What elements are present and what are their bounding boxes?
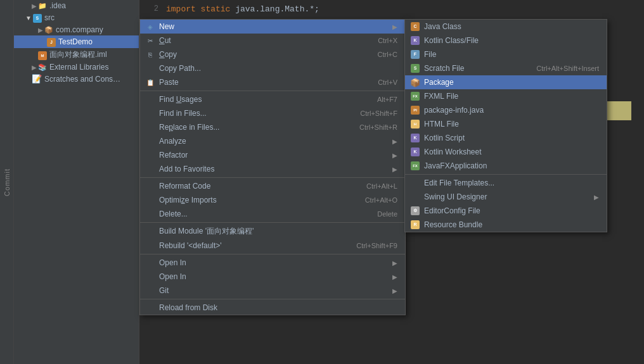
menu-item-new[interactable]: ◈ New ▶ [140,20,405,34]
tree-item-src[interactable]: ▼ S src [14,11,139,24]
swing-icon [410,192,420,202]
menu-item-copy-path[interactable]: Copy Path... [140,61,405,75]
kt-ws-icon: K [410,147,420,157]
menu-item-edit-templates[interactable]: Edit File Templates... [405,176,607,190]
new-submenu: C Java Class K Kotlin Class/File F File … [404,19,607,232]
menu-item-find-files[interactable]: Find in Files... Ctrl+Shift+F [140,106,405,120]
commit-panel: Commit [0,0,14,364]
submenu-arrow-history: ▶ [392,273,397,280]
new-icon: ◈ [145,22,155,32]
tree-label: .idea [49,1,66,10]
java-class-icon: C [410,22,420,32]
analyze-icon [145,136,155,146]
menu-item-kotlin-ws[interactable]: K Kotlin Worksheet [405,145,607,159]
favorites-icon [145,164,155,174]
reformat-icon [145,181,155,191]
shortcut: Ctrl+V [378,78,397,86]
submenu-arrow-swing: ▶ [594,194,599,201]
menu-item-refactor[interactable]: Refactor ▶ [140,148,405,162]
menu-item-scratch-file[interactable]: S Scratch File Ctrl+Alt+Shift+Insert [405,61,607,75]
find-icon [145,94,155,104]
tree-label: Scratches and Cons… [44,75,120,84]
menu-item-git[interactable]: Git ▶ [140,284,405,298]
submenu-arrow-git: ▶ [392,287,397,294]
menu-item-swing-designer[interactable]: Swing UI Designer ▶ [405,190,607,204]
tree-item-idea[interactable]: ▶ 📁 .idea [14,0,139,11]
package-icon: 📦 [44,26,53,34]
menu-item-kotlin-class[interactable]: K Kotlin Class/File [405,34,607,47]
separator-1 [140,91,405,91]
code-line-2: 2 import static java.lang.Math.*; [139,3,644,15]
menu-item-rebuild[interactable]: Rebuild '<default>' Ctrl+Shift+F9 [140,239,405,253]
submenu-separator [405,174,607,175]
menu-item-analyze[interactable]: Analyze ▶ [140,134,405,148]
separator-4 [140,254,405,254]
fxml-icon: FX [410,91,420,101]
folder-icon: 📁 [38,2,47,10]
menu-item-javafx[interactable]: FX JavaFXApplication [405,159,607,173]
menu-item-open-in[interactable]: Open In ▶ [140,256,405,270]
menu-item-resource-bundle[interactable]: R Resource Bundle [405,218,607,232]
menu-item-html[interactable]: H HTML File [405,117,607,131]
menu-item-cut[interactable]: ✂ Cut Ctrl+X [140,34,405,47]
menu-item-kotlin-script[interactable]: K Kotlin Script [405,131,607,145]
scratch-icon: 📝 [32,74,42,84]
menu-item-package-info[interactable]: PI package-info.java [405,103,607,117]
tree-label: com.company [56,25,103,34]
expand-arrow: ▶ [38,27,43,34]
menu-item-fxml[interactable]: FX FXML File [405,89,607,103]
tree-item-iml[interactable]: M 面向对象编程.iml [14,48,139,61]
editorconfig-icon: ⚙ [410,206,420,216]
shortcut: Delete [377,210,397,218]
submenu-arrow-favorites: ▶ [392,166,397,173]
tree-label: 面向对象编程.iml [49,49,107,60]
menu-item-reload[interactable]: Reload from Disk [140,301,405,315]
menu-item-find-usages[interactable]: Find Usages Alt+F7 [140,92,405,106]
resource-icon: R [410,220,420,230]
separator-3 [140,222,405,223]
shortcut: Alt+F7 [377,96,397,103]
paste-icon: 📋 [145,77,155,87]
menu-item-delete[interactable]: Delete... Delete [140,207,405,221]
local-history-label: Open In [159,272,186,281]
build-icon [145,227,155,237]
iml-icon: M [38,50,47,60]
line-number: 2 [139,4,158,13]
menu-item-paste[interactable]: 📋 Paste Ctrl+V [140,75,405,89]
tree-item-ext-libraries[interactable]: ▶ 📚 External Libraries [14,61,139,73]
pkg-info-icon: PI [410,105,420,115]
tree-label: External Libraries [49,63,108,72]
src-folder-icon: S [33,13,42,23]
menu-item-java-class[interactable]: C Java Class [405,20,607,34]
shortcut: Ctrl+Shift+F [360,110,397,117]
templates-icon [410,178,420,188]
copy-path-icon [145,63,155,73]
menu-item-replace-files[interactable]: Replace in Files... Ctrl+Shift+R [140,120,405,134]
copy-icon: ⎘ [145,49,155,60]
tree-item-com-company[interactable]: ▶ 📦 com.company [14,24,139,35]
menu-item-local-history[interactable]: Open In ▶ [140,270,405,284]
delete-icon [145,209,155,219]
menu-item-optimize[interactable]: Optimize Imports Ctrl+Alt+O [140,193,405,207]
shortcut: Ctrl+Shift+F9 [356,242,397,249]
project-tree: ▶ 📁 .idea ▼ S src ▶ 📦 com.company J Test… [14,0,139,364]
menu-item-build-module[interactable]: Build Module '面向对象编程' [140,224,405,239]
history-icon [145,272,155,282]
menu-item-copy[interactable]: ⎘ Copy Ctrl+C [140,47,405,61]
menu-item-editorconfig[interactable]: ⚙ EditorConfig File [405,204,607,218]
menu-item-package[interactable]: 📦 Package [405,75,607,89]
tree-item-scratches[interactable]: 📝 Scratches and Cons… [14,73,139,85]
commit-label: Commit [3,168,11,196]
shortcut: Ctrl+Alt+L [366,182,397,190]
tree-item-testdemo[interactable]: J TestDemo [14,35,139,48]
menu-item-reformat[interactable]: Reformat Code Ctrl+Alt+L [140,179,405,193]
refactor-icon [145,150,155,160]
kt-script-icon: K [410,133,420,143]
java-file-icon: J [47,37,56,47]
menu-item-file[interactable]: F File [405,47,607,61]
submenu-arrow-open: ▶ [392,260,397,267]
menu-item-favorites[interactable]: Add to Favorites ▶ [140,162,405,176]
expand-arrow: ▶ [32,3,37,9]
lib-icon: 📚 [38,63,47,72]
shortcut: Ctrl+X [378,37,397,44]
